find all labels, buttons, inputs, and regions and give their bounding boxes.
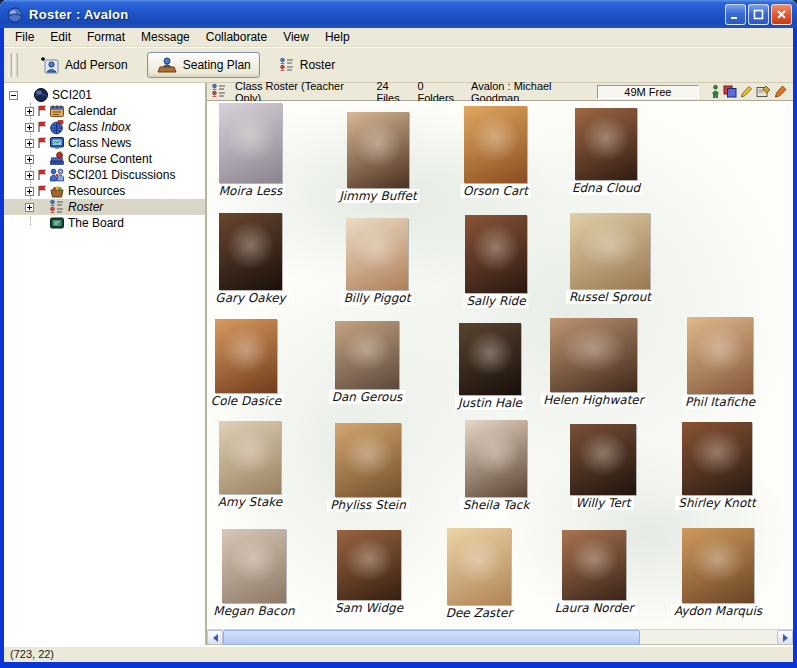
menu-format[interactable]: Format [79, 29, 133, 45]
person-green-icon[interactable] [711, 85, 720, 98]
tree-item-label: Calendar [68, 104, 121, 118]
toolbar-add-person-button[interactable]: Add Person [29, 52, 137, 78]
globe-icon [6, 5, 24, 23]
student-photo[interactable] [465, 215, 527, 293]
student-card-laura-norder: Laura Norder [562, 530, 626, 600]
scroll-left-arrow[interactable] [207, 630, 223, 645]
pen-icon[interactable] [774, 85, 787, 98]
student-name: Laura Norder [552, 601, 637, 615]
student-photo[interactable] [346, 218, 408, 290]
tree-item-label: The Board [68, 216, 128, 230]
student-photo[interactable] [682, 528, 754, 603]
tree-expand-plus[interactable] [25, 171, 34, 180]
tree-expand-plus[interactable] [25, 107, 34, 116]
student-photo[interactable] [347, 112, 409, 188]
tree-item-label: Course Content [68, 152, 156, 166]
tree-item-label: SCI201 Discussions [68, 168, 179, 182]
student-photo[interactable] [687, 317, 753, 394]
student-card-phyliss-stein: Phyliss Stein [335, 423, 401, 497]
student-photo[interactable] [464, 106, 527, 183]
menu-message[interactable]: Message [133, 29, 198, 45]
tree-item-roster[interactable]: Roster [4, 199, 205, 215]
student-card-helen-highwater: Helen Highwater [550, 318, 637, 392]
layers-icon[interactable] [723, 85, 737, 98]
tree-item-sci201-discussions[interactable]: SCI201 Discussions [4, 167, 205, 183]
student-photo[interactable] [335, 321, 399, 389]
scrollbar-thumb[interactable] [223, 630, 640, 645]
student-photo[interactable] [215, 319, 277, 393]
student-photo[interactable] [459, 323, 521, 395]
app-window: Roster : Avalon FileEditFormatMessageCol… [0, 0, 797, 668]
tree-expand-plus[interactable] [25, 139, 34, 148]
seating-plan-icon [156, 56, 178, 74]
student-card-edna-cloud: Edna Cloud [575, 108, 637, 180]
student-photo[interactable] [222, 529, 286, 603]
menu-view[interactable]: View [275, 29, 317, 45]
flag-icon [37, 185, 47, 197]
student-photo[interactable] [465, 420, 527, 497]
tree-expand-minus[interactable] [9, 91, 18, 100]
tree-item-resources[interactable]: Resources [4, 183, 205, 199]
student-photo[interactable] [682, 422, 752, 495]
student-card-phil-itafiche: Phil Itafiche [687, 317, 753, 394]
approve-icon[interactable] [756, 85, 771, 98]
student-name: Moira Less [216, 184, 286, 198]
tree-item-calendar[interactable]: Calendar [4, 103, 205, 119]
student-photo[interactable] [575, 108, 637, 180]
menu-help[interactable]: Help [317, 29, 358, 45]
tree-item-class-inbox[interactable]: Class Inbox [4, 119, 205, 135]
resources-icon [49, 183, 65, 199]
tree-expand-plus[interactable] [25, 187, 34, 196]
horizontal-scrollbar [207, 629, 793, 645]
minimize-button[interactable] [725, 4, 746, 25]
student-card-megan-bacon: Megan Bacon [222, 529, 286, 603]
student-name: Megan Bacon [210, 604, 297, 618]
tree-expand-plus[interactable] [25, 123, 34, 132]
tree-item-course-content[interactable]: Course Content [4, 151, 205, 167]
toolbar-seating-plan-button[interactable]: Seating Plan [147, 52, 260, 78]
student-name: Sam Widge [332, 601, 406, 615]
student-photo[interactable] [335, 423, 401, 497]
toolbar-grip[interactable] [14, 53, 17, 77]
student-card-dee-zaster: Dee Zaster [447, 528, 511, 605]
inbox-icon [49, 119, 65, 135]
student-name: Helen Highwater [540, 393, 646, 407]
close-button[interactable] [771, 4, 792, 25]
student-photo[interactable] [219, 103, 282, 183]
student-photo[interactable] [550, 318, 637, 392]
scroll-right-arrow[interactable] [777, 630, 793, 645]
menu-edit[interactable]: Edit [42, 29, 79, 45]
toolbar-roster-button[interactable]: Roster [270, 53, 344, 77]
student-name: Shirley Knott [675, 496, 758, 510]
student-name: Dan Gerous [329, 390, 406, 404]
tree-item-the-board[interactable]: The Board [4, 215, 205, 231]
flag-icon [37, 121, 47, 133]
menu-collaborate[interactable]: Collaborate [198, 29, 275, 45]
student-photo[interactable] [337, 530, 401, 600]
tree-item-sci201[interactable]: SCI201 [4, 87, 205, 103]
toolbar-grip[interactable] [8, 53, 11, 77]
tree-expand-plus[interactable] [25, 155, 34, 164]
student-name: Jimmy Buffet [336, 189, 419, 203]
student-photo[interactable] [562, 530, 626, 600]
student-name: Justin Hale [455, 396, 525, 410]
header-action-icons [711, 85, 787, 98]
tree-item-label: SCI201 [52, 88, 96, 102]
student-photo[interactable] [219, 421, 281, 494]
student-name: Sally Ride [463, 294, 528, 308]
scrollbar-track[interactable] [223, 630, 777, 645]
tree-expand-plus[interactable] [25, 203, 34, 212]
student-photo[interactable] [219, 213, 282, 290]
student-name: Cole Dasice [208, 394, 284, 408]
student-name: Orson Cart [460, 184, 531, 198]
student-name: Billy Piggot [341, 291, 414, 305]
student-photo[interactable] [570, 213, 650, 289]
add-person-icon [38, 56, 60, 74]
panel-header: Class Roster (Teacher Only) 24 Files 0 F… [207, 83, 793, 101]
student-photo[interactable] [570, 424, 636, 495]
student-photo[interactable] [447, 528, 511, 605]
maximize-button[interactable] [748, 4, 769, 25]
menu-file[interactable]: File [7, 29, 42, 45]
pencil-icon[interactable] [740, 85, 753, 98]
tree-item-class-news[interactable]: Class News [4, 135, 205, 151]
